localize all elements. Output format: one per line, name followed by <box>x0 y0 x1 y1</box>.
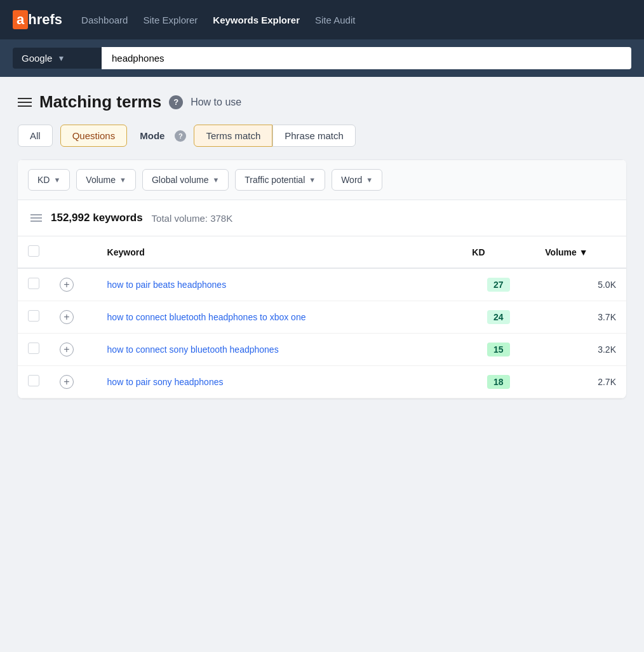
chevron-down-icon: ▼ <box>309 176 316 184</box>
row-checkbox[interactable] <box>28 343 39 354</box>
table-header: Keyword KD Volume ▼ <box>18 236 626 268</box>
filter-traffic-potential[interactable]: Traffic potential ▼ <box>235 169 325 191</box>
row-keyword-cell: how to pair beats headphones <box>97 268 462 301</box>
hamburger-line <box>18 105 32 107</box>
logo-a: a <box>13 10 28 29</box>
row-add-cell: + <box>50 366 97 398</box>
filter-kd-label: KD <box>37 175 50 185</box>
search-input[interactable] <box>102 47 631 69</box>
filter-global-volume[interactable]: Global volume ▼ <box>142 169 229 191</box>
hamburger-line <box>18 102 32 103</box>
hamburger-line <box>18 98 32 99</box>
mode-help-icon[interactable]: ? <box>175 130 186 142</box>
navigation: a hrefs Dashboard Site Explorer Keywords… <box>0 0 644 39</box>
row-keyword-cell: how to connect sony bluetooth headphones <box>97 334 462 366</box>
page-title: Matching terms <box>39 92 161 112</box>
row-add-cell: + <box>50 268 97 301</box>
filter-volume-label: Volume <box>86 175 116 185</box>
logo[interactable]: a hrefs <box>13 10 62 29</box>
row-volume-cell: 3.7K <box>535 301 626 334</box>
keywords-table: Keyword KD Volume ▼ + how to pair beats … <box>18 236 626 398</box>
kd-badge: 15 <box>487 343 510 357</box>
mode-group: Terms match Phrase match <box>194 125 355 147</box>
row-add-button[interactable]: + <box>60 343 74 357</box>
row-kd-cell: 15 <box>462 334 535 366</box>
main-content: Matching terms ? How to use All Question… <box>0 77 644 414</box>
mode-terms-match[interactable]: Terms match <box>194 125 272 147</box>
row-keyword-cell: how to pair sony headphones <box>97 366 462 398</box>
results-volume: Total volume: 378K <box>152 213 233 224</box>
row-kd-cell: 27 <box>462 268 535 301</box>
icon-line <box>30 217 42 219</box>
logo-hrefs: hrefs <box>28 11 62 28</box>
chevron-down-icon: ▼ <box>53 176 60 184</box>
row-volume-cell: 3.2K <box>535 334 626 366</box>
filter-volume[interactable]: Volume ▼ <box>76 169 136 191</box>
kd-badge: 24 <box>487 310 510 324</box>
help-icon[interactable]: ? <box>169 95 183 109</box>
mode-label: Mode <box>140 130 164 141</box>
search-input-wrapper <box>102 47 631 69</box>
row-checkbox-cell <box>18 268 50 301</box>
tab-questions[interactable]: Questions <box>60 125 128 147</box>
row-add-button[interactable]: + <box>60 310 74 324</box>
filter-traffic-potential-label: Traffic potential <box>245 175 305 185</box>
th-action <box>50 236 97 268</box>
row-add-button[interactable]: + <box>60 278 74 292</box>
page-header: Matching terms ? How to use <box>18 92 626 112</box>
row-checkbox[interactable] <box>28 310 39 322</box>
row-add-button[interactable]: + <box>60 375 74 389</box>
filter-word[interactable]: Word ▼ <box>332 169 382 191</box>
mode-phrase-match[interactable]: Phrase match <box>272 125 356 147</box>
th-kd[interactable]: KD <box>462 236 535 268</box>
row-keyword-cell: how to connect bluetooth headphones to x… <box>97 301 462 334</box>
chevron-down-icon: ▼ <box>119 176 126 184</box>
row-add-cell: + <box>50 334 97 366</box>
results-sort-icon <box>30 214 42 222</box>
how-to-use-link[interactable]: How to use <box>191 97 241 108</box>
row-checkbox[interactable] <box>28 278 39 289</box>
keyword-link[interactable]: how to connect sony bluetooth headphones <box>107 344 279 355</box>
table-body: + how to pair beats headphones 27 5.0K <box>18 268 626 398</box>
filter-global-volume-label: Global volume <box>152 175 209 185</box>
hamburger-menu[interactable] <box>18 98 32 107</box>
icon-line <box>30 214 42 215</box>
row-kd-cell: 24 <box>462 301 535 334</box>
filter-dropdowns: KD ▼ Volume ▼ Global volume ▼ Traffic po… <box>18 160 626 200</box>
row-checkbox-cell <box>18 301 50 334</box>
chevron-down-icon: ▼ <box>366 176 373 184</box>
nav-site-explorer[interactable]: Site Explorer <box>143 15 198 25</box>
row-checkbox-cell <box>18 334 50 366</box>
row-checkbox[interactable] <box>28 375 39 386</box>
row-volume-cell: 2.7K <box>535 366 626 398</box>
th-checkbox <box>18 236 50 268</box>
icon-line <box>30 221 42 222</box>
filter-row: All Questions Mode ? Terms match Phrase … <box>18 125 626 147</box>
select-all-checkbox[interactable] <box>28 245 39 257</box>
nav-site-audit[interactable]: Site Audit <box>315 15 355 25</box>
nav-links: Dashboard Site Explorer Keywords Explore… <box>81 15 355 25</box>
results-count: 152,992 keywords <box>51 212 143 224</box>
nav-keywords-explorer[interactable]: Keywords Explorer <box>213 15 300 25</box>
row-checkbox-cell <box>18 366 50 398</box>
table-row: + how to pair beats headphones 27 5.0K <box>18 268 626 301</box>
table-row: + how to connect bluetooth headphones to… <box>18 301 626 334</box>
tab-all[interactable]: All <box>18 125 53 147</box>
kd-badge: 18 <box>487 375 510 389</box>
results-header: 152,992 keywords Total volume: 378K <box>18 200 626 236</box>
row-add-cell: + <box>50 301 97 334</box>
search-engine-label: Google <box>22 53 52 64</box>
filter-kd[interactable]: KD ▼ <box>28 169 70 191</box>
nav-dashboard[interactable]: Dashboard <box>81 15 128 25</box>
th-keyword: Keyword <box>97 236 462 268</box>
search-bar: Google ▼ <box>0 39 644 77</box>
keyword-link[interactable]: how to connect bluetooth headphones to x… <box>107 312 306 322</box>
th-volume[interactable]: Volume ▼ <box>535 236 626 268</box>
search-engine-selector[interactable]: Google ▼ <box>13 48 102 69</box>
keyword-link[interactable]: how to pair beats headphones <box>107 280 227 290</box>
table-row: + how to connect sony bluetooth headphon… <box>18 334 626 366</box>
keyword-link[interactable]: how to pair sony headphones <box>107 377 224 387</box>
results-section: KD ▼ Volume ▼ Global volume ▼ Traffic po… <box>18 160 626 398</box>
table-row: + how to pair sony headphones 18 2.7K <box>18 366 626 398</box>
row-kd-cell: 18 <box>462 366 535 398</box>
